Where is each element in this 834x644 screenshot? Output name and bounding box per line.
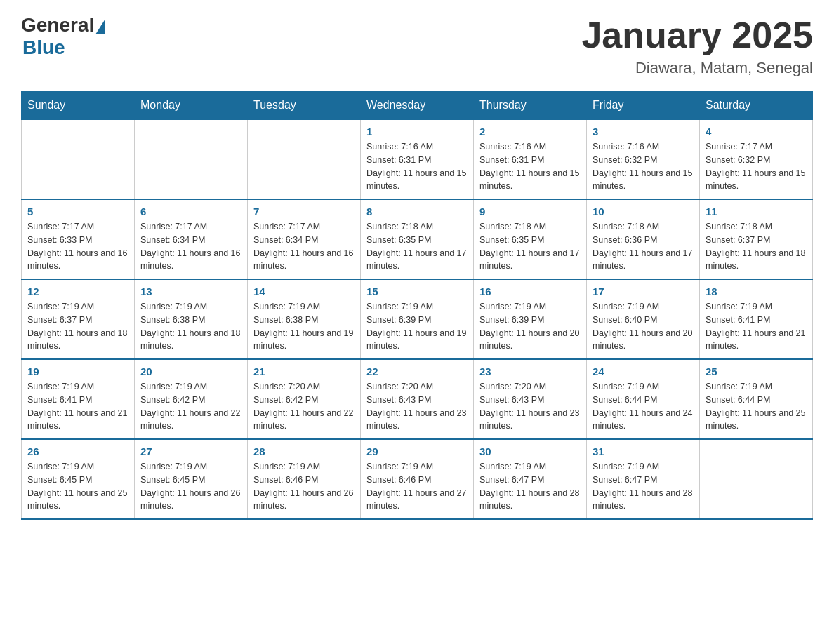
calendar-cell: 30Sunrise: 7:19 AM Sunset: 6:47 PM Dayli… (474, 439, 587, 519)
day-info: Sunrise: 7:19 AM Sunset: 6:38 PM Dayligh… (253, 300, 355, 353)
calendar-week-5: 26Sunrise: 7:19 AM Sunset: 6:45 PM Dayli… (22, 439, 813, 519)
calendar-week-3: 12Sunrise: 7:19 AM Sunset: 6:37 PM Dayli… (22, 279, 813, 359)
day-number: 14 (253, 286, 355, 297)
day-number: 22 (366, 365, 468, 377)
day-number: 31 (593, 445, 694, 457)
weekday-header-friday: Friday (587, 92, 700, 120)
day-number: 6 (140, 206, 241, 217)
calendar-cell: 19Sunrise: 7:19 AM Sunset: 6:41 PM Dayli… (22, 359, 135, 439)
calendar-cell: 8Sunrise: 7:18 AM Sunset: 6:35 PM Daylig… (361, 199, 474, 279)
calendar-cell: 15Sunrise: 7:19 AM Sunset: 6:39 PM Dayli… (361, 279, 474, 359)
day-number: 27 (140, 445, 241, 457)
calendar-cell: 1Sunrise: 7:16 AM Sunset: 6:31 PM Daylig… (361, 119, 474, 199)
weekday-header-tuesday: Tuesday (248, 92, 361, 120)
calendar-cell: 23Sunrise: 7:20 AM Sunset: 6:43 PM Dayli… (474, 359, 587, 439)
calendar-week-4: 19Sunrise: 7:19 AM Sunset: 6:41 PM Dayli… (22, 359, 813, 439)
weekday-header-monday: Monday (135, 92, 248, 120)
day-number: 2 (479, 126, 581, 137)
calendar-cell: 12Sunrise: 7:19 AM Sunset: 6:37 PM Dayli… (22, 279, 135, 359)
day-info: Sunrise: 7:19 AM Sunset: 6:47 PM Dayligh… (479, 460, 581, 513)
day-info: Sunrise: 7:19 AM Sunset: 6:46 PM Dayligh… (253, 460, 355, 513)
day-number: 11 (706, 206, 807, 217)
day-number: 23 (479, 365, 581, 377)
calendar-cell: 17Sunrise: 7:19 AM Sunset: 6:40 PM Dayli… (587, 279, 700, 359)
day-number: 18 (706, 286, 807, 297)
day-number: 24 (593, 365, 694, 377)
day-info: Sunrise: 7:19 AM Sunset: 6:46 PM Dayligh… (366, 460, 468, 513)
calendar-cell: 18Sunrise: 7:19 AM Sunset: 6:41 PM Dayli… (700, 279, 813, 359)
day-info: Sunrise: 7:20 AM Sunset: 6:43 PM Dayligh… (366, 380, 468, 433)
day-info: Sunrise: 7:18 AM Sunset: 6:35 PM Dayligh… (366, 220, 468, 273)
calendar-title: January 2025 (581, 14, 813, 56)
calendar-cell: 6Sunrise: 7:17 AM Sunset: 6:34 PM Daylig… (135, 199, 248, 279)
page-header: General Blue January 2025 Diawara, Matam… (21, 14, 813, 77)
day-number: 21 (253, 365, 355, 377)
day-info: Sunrise: 7:16 AM Sunset: 6:31 PM Dayligh… (479, 140, 581, 193)
day-info: Sunrise: 7:19 AM Sunset: 6:41 PM Dayligh… (27, 380, 128, 433)
day-number: 13 (140, 286, 241, 297)
day-number: 30 (479, 445, 581, 457)
calendar-cell: 25Sunrise: 7:19 AM Sunset: 6:44 PM Dayli… (700, 359, 813, 439)
day-number: 7 (253, 206, 355, 217)
logo: General Blue (21, 14, 105, 59)
day-number: 16 (479, 286, 581, 297)
day-number: 17 (593, 286, 694, 297)
calendar-cell: 3Sunrise: 7:16 AM Sunset: 6:32 PM Daylig… (587, 119, 700, 199)
day-info: Sunrise: 7:19 AM Sunset: 6:37 PM Dayligh… (27, 300, 128, 353)
day-number: 3 (593, 126, 694, 137)
day-info: Sunrise: 7:18 AM Sunset: 6:37 PM Dayligh… (706, 220, 807, 273)
calendar-cell: 27Sunrise: 7:19 AM Sunset: 6:45 PM Dayli… (135, 439, 248, 519)
weekday-header-sunday: Sunday (22, 92, 135, 120)
calendar-cell: 28Sunrise: 7:19 AM Sunset: 6:46 PM Dayli… (248, 439, 361, 519)
calendar-cell: 22Sunrise: 7:20 AM Sunset: 6:43 PM Dayli… (361, 359, 474, 439)
day-info: Sunrise: 7:19 AM Sunset: 6:45 PM Dayligh… (27, 460, 128, 513)
calendar-cell: 10Sunrise: 7:18 AM Sunset: 6:36 PM Dayli… (587, 199, 700, 279)
day-number: 4 (706, 126, 807, 137)
day-info: Sunrise: 7:19 AM Sunset: 6:41 PM Dayligh… (706, 300, 807, 353)
calendar-cell: 7Sunrise: 7:17 AM Sunset: 6:34 PM Daylig… (248, 199, 361, 279)
weekday-header-saturday: Saturday (700, 92, 813, 120)
day-info: Sunrise: 7:19 AM Sunset: 6:38 PM Dayligh… (140, 300, 241, 353)
calendar-week-1: 1Sunrise: 7:16 AM Sunset: 6:31 PM Daylig… (22, 119, 813, 199)
calendar-cell: 26Sunrise: 7:19 AM Sunset: 6:45 PM Dayli… (22, 439, 135, 519)
calendar-cell: 2Sunrise: 7:16 AM Sunset: 6:31 PM Daylig… (474, 119, 587, 199)
day-info: Sunrise: 7:19 AM Sunset: 6:47 PM Dayligh… (593, 460, 694, 513)
calendar-cell: 9Sunrise: 7:18 AM Sunset: 6:35 PM Daylig… (474, 199, 587, 279)
calendar-cell: 16Sunrise: 7:19 AM Sunset: 6:39 PM Dayli… (474, 279, 587, 359)
weekday-header-thursday: Thursday (474, 92, 587, 120)
calendar-cell: 5Sunrise: 7:17 AM Sunset: 6:33 PM Daylig… (22, 199, 135, 279)
weekday-header-wednesday: Wednesday (361, 92, 474, 120)
day-info: Sunrise: 7:18 AM Sunset: 6:36 PM Dayligh… (593, 220, 694, 273)
day-info: Sunrise: 7:16 AM Sunset: 6:32 PM Dayligh… (593, 140, 694, 193)
weekday-header-row: SundayMondayTuesdayWednesdayThursdayFrid… (22, 92, 813, 120)
day-info: Sunrise: 7:19 AM Sunset: 6:39 PM Dayligh… (479, 300, 581, 353)
day-number: 10 (593, 206, 694, 217)
calendar-cell: 31Sunrise: 7:19 AM Sunset: 6:47 PM Dayli… (587, 439, 700, 519)
logo-blue-text: Blue (22, 36, 65, 59)
day-info: Sunrise: 7:19 AM Sunset: 6:40 PM Dayligh… (593, 300, 694, 353)
calendar-cell (248, 119, 361, 199)
day-info: Sunrise: 7:17 AM Sunset: 6:34 PM Dayligh… (253, 220, 355, 273)
day-info: Sunrise: 7:16 AM Sunset: 6:31 PM Dayligh… (366, 140, 468, 193)
day-number: 19 (27, 365, 128, 377)
calendar-cell (700, 439, 813, 519)
day-info: Sunrise: 7:19 AM Sunset: 6:44 PM Dayligh… (706, 380, 807, 433)
calendar-cell: 24Sunrise: 7:19 AM Sunset: 6:44 PM Dayli… (587, 359, 700, 439)
calendar-week-2: 5Sunrise: 7:17 AM Sunset: 6:33 PM Daylig… (22, 199, 813, 279)
day-number: 1 (366, 126, 468, 137)
day-info: Sunrise: 7:20 AM Sunset: 6:42 PM Dayligh… (253, 380, 355, 433)
calendar-cell: 21Sunrise: 7:20 AM Sunset: 6:42 PM Dayli… (248, 359, 361, 439)
day-number: 15 (366, 286, 468, 297)
day-info: Sunrise: 7:20 AM Sunset: 6:43 PM Dayligh… (479, 380, 581, 433)
logo-general-text: General (21, 14, 94, 36)
day-number: 5 (27, 206, 128, 217)
calendar-cell: 4Sunrise: 7:17 AM Sunset: 6:32 PM Daylig… (700, 119, 813, 199)
logo-triangle-icon (95, 19, 105, 34)
calendar-cell (22, 119, 135, 199)
day-info: Sunrise: 7:17 AM Sunset: 6:33 PM Dayligh… (27, 220, 128, 273)
calendar-cell: 29Sunrise: 7:19 AM Sunset: 6:46 PM Dayli… (361, 439, 474, 519)
day-info: Sunrise: 7:17 AM Sunset: 6:34 PM Dayligh… (140, 220, 241, 273)
day-number: 29 (366, 445, 468, 457)
calendar-cell: 11Sunrise: 7:18 AM Sunset: 6:37 PM Dayli… (700, 199, 813, 279)
day-number: 9 (479, 206, 581, 217)
